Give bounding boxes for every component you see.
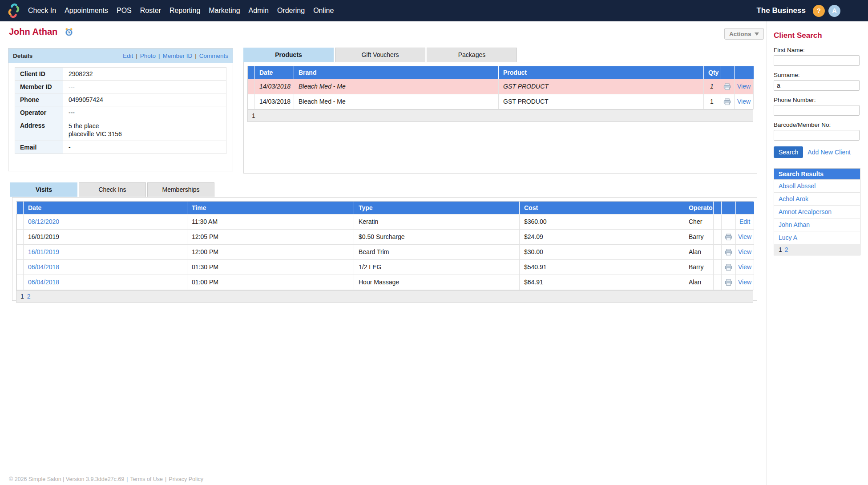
- visit-row: 06/04/2018 01:00 PM Hour Massage $64.91 …: [17, 275, 754, 290]
- detail-label: Operator: [15, 106, 63, 119]
- main-menu: Check In Appointments POS Roster Reporti…: [28, 7, 334, 15]
- search-result-item[interactable]: Absoll Abssel: [774, 179, 860, 192]
- add-new-client-link[interactable]: Add New Client: [807, 149, 851, 156]
- visit-type: Keratin: [354, 214, 520, 229]
- products-panel: Date Brand Product Qty 14/03/2018 Ble: [243, 62, 757, 174]
- nav-item-marketing[interactable]: Marketing: [209, 7, 240, 15]
- print-cell: [722, 259, 736, 275]
- business-name: The Business: [756, 6, 806, 15]
- alarm-clock-icon[interactable]: [65, 28, 73, 36]
- search-result-item[interactable]: John Athan: [774, 218, 860, 231]
- details-title: Details: [13, 53, 32, 59]
- privacy-policy-link[interactable]: Privacy Policy: [169, 476, 203, 482]
- tab-check-ins[interactable]: Check Ins: [79, 182, 146, 197]
- simple-salon-logo-icon[interactable]: [7, 3, 21, 19]
- visits-tab-bar: Visits Check Ins Memberships: [10, 182, 214, 197]
- footer: © 2026 Simple Salon | Version 3.9.3dde27…: [9, 476, 203, 482]
- visit-type: Beard Trim: [354, 244, 520, 259]
- actions-button[interactable]: Actions: [724, 28, 764, 40]
- nav-item-check-in[interactable]: Check In: [28, 7, 56, 15]
- visit-row: 08/12/2020 11:30 AM Keratin $360.00 Cher…: [17, 214, 754, 229]
- nav-item-ordering[interactable]: Ordering: [277, 7, 305, 15]
- page-number-link[interactable]: 2: [785, 246, 788, 253]
- separator: |: [126, 476, 128, 482]
- visit-type: 1/2 LEG: [354, 259, 520, 275]
- detail-row-address: Address 5 the place placeville VIC 3156: [15, 119, 226, 141]
- spacer-column-header: [17, 202, 24, 214]
- visit-date-link[interactable]: 06/04/2018: [28, 263, 59, 271]
- search-result-item[interactable]: Achol Arok: [774, 192, 860, 205]
- visit-row: 16/01/2019 12:00 PM Beard Trim $30.00 Al…: [17, 244, 754, 259]
- nav-item-reporting[interactable]: Reporting: [170, 7, 200, 15]
- visit-view-link[interactable]: View: [738, 263, 751, 271]
- product-view-link[interactable]: View: [737, 83, 751, 90]
- help-icon[interactable]: ?: [813, 5, 825, 17]
- barcode-member-no-input[interactable]: [774, 130, 860, 141]
- page-number-link[interactable]: 2: [27, 293, 31, 300]
- printer-icon[interactable]: [725, 234, 732, 241]
- dropdown-arrow-icon: [755, 32, 759, 36]
- nav-item-admin[interactable]: Admin: [249, 7, 269, 15]
- product-view-link[interactable]: View: [737, 98, 751, 105]
- visit-edit-link[interactable]: Edit: [739, 218, 750, 225]
- printer-icon[interactable]: [725, 279, 732, 286]
- detail-value: ---: [63, 81, 226, 93]
- print-cell: [722, 229, 736, 244]
- products-tab-bar: Products Gift Vouchers Packages: [243, 48, 517, 62]
- printer-icon[interactable]: [725, 264, 732, 271]
- visit-date-link[interactable]: 08/12/2020: [28, 218, 59, 225]
- tab-visits[interactable]: Visits: [10, 182, 77, 197]
- avatar[interactable]: A: [828, 5, 840, 17]
- details-comments-link[interactable]: Comments: [199, 53, 228, 59]
- printer-icon[interactable]: [723, 83, 731, 90]
- tab-gift-vouchers[interactable]: Gift Vouchers: [335, 48, 425, 62]
- separator: |: [158, 53, 160, 59]
- products-pagination: 1: [248, 109, 753, 121]
- visit-view-link[interactable]: View: [738, 233, 751, 240]
- search-result-item[interactable]: Amnot Arealperson: [774, 205, 860, 218]
- surname-input[interactable]: [774, 80, 860, 91]
- nav-item-appointments[interactable]: Appointments: [65, 7, 108, 15]
- visit-view-link[interactable]: View: [738, 248, 751, 255]
- nav-right-group: The Business ? A: [756, 0, 840, 21]
- tab-memberships[interactable]: Memberships: [147, 182, 214, 197]
- detail-label: Email: [15, 141, 63, 154]
- first-name-input[interactable]: [774, 55, 860, 66]
- client-search-title: Client Search: [774, 31, 868, 40]
- spacer-cell: [17, 259, 24, 275]
- tab-packages[interactable]: Packages: [427, 48, 517, 62]
- tab-products[interactable]: Products: [243, 48, 334, 62]
- detail-value: 2908232: [63, 68, 226, 81]
- detail-value: 5 the place placeville VIC 3156: [63, 119, 226, 141]
- product-row: 14/03/2018 Bleach Med - Me GST PRODUCT 1: [248, 94, 754, 109]
- nav-item-pos[interactable]: POS: [117, 7, 132, 15]
- blank-cell: [714, 244, 722, 259]
- nav-item-online[interactable]: Online: [313, 7, 334, 15]
- spacer-cell: [248, 79, 255, 94]
- visit-row: 06/04/2018 01:30 PM 1/2 LEG $540.91 Barr…: [17, 259, 754, 275]
- phone-number-input[interactable]: [774, 105, 860, 116]
- visit-view-link[interactable]: View: [738, 279, 751, 286]
- terms-of-use-link[interactable]: Terms of Use: [130, 476, 163, 482]
- visit-cost: $360.00: [520, 214, 684, 229]
- visit-date-link[interactable]: 16/01/2019: [28, 248, 59, 255]
- detail-row-operator: Operator ---: [15, 106, 226, 119]
- printer-icon[interactable]: [723, 98, 731, 105]
- visit-date-link[interactable]: 06/04/2018: [28, 279, 59, 286]
- printer-icon[interactable]: [725, 249, 732, 256]
- search-button[interactable]: Search: [774, 146, 803, 158]
- spacer-cell: [17, 229, 24, 244]
- visits-table-header: Date Time Type Cost Operator: [17, 202, 754, 214]
- search-result-item[interactable]: Lucy A: [774, 231, 860, 244]
- details-member-id-link[interactable]: Member ID: [162, 53, 192, 59]
- details-photo-link[interactable]: Photo: [140, 53, 156, 59]
- details-edit-link[interactable]: Edit: [123, 53, 133, 59]
- search-results-pagination: 1 2: [774, 244, 860, 255]
- separator: |: [195, 53, 197, 59]
- visit-time: 01:00 PM: [187, 275, 354, 290]
- column-header-action: [735, 66, 754, 79]
- nav-item-roster[interactable]: Roster: [140, 7, 161, 15]
- actions-button-label: Actions: [729, 31, 751, 37]
- barcode-member-no-label: Barcode/Member No:: [774, 121, 868, 128]
- visits-panel: Date Time Type Cost Operator: [12, 197, 757, 301]
